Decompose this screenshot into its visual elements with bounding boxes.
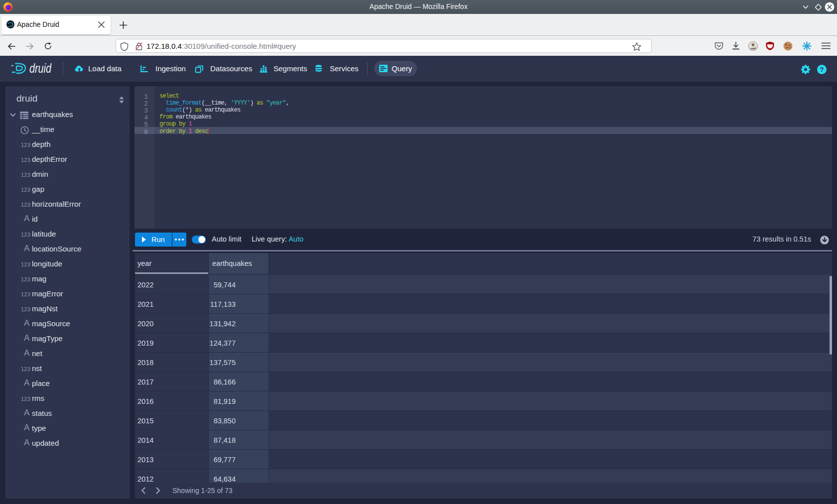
svg-text:?: ? — [820, 66, 824, 73]
